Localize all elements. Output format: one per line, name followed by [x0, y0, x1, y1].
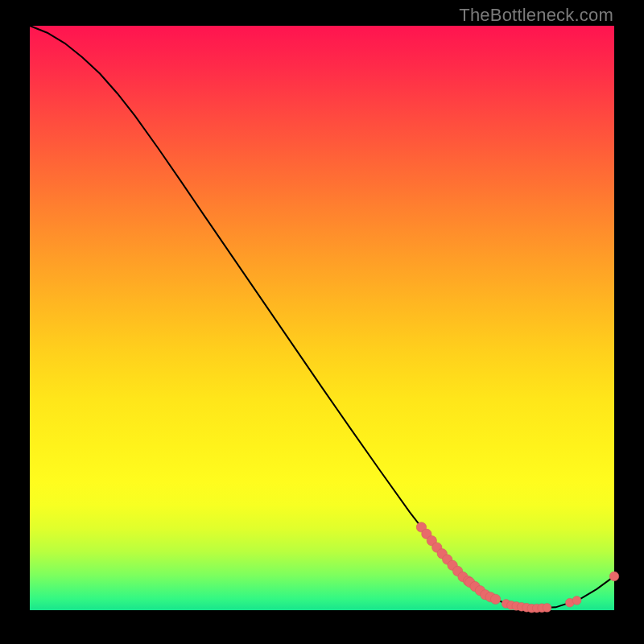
- curve-line: [30, 26, 614, 609]
- data-point: [543, 604, 551, 613]
- data-point: [609, 572, 619, 581]
- data-point: [572, 596, 581, 605]
- watermark: TheBottleneck.com: [459, 5, 613, 26]
- chart-frame: TheBottleneck.com: [0, 0, 644, 644]
- data-point: [490, 594, 500, 604]
- plot-area: [30, 26, 614, 610]
- chart-svg: [30, 26, 614, 610]
